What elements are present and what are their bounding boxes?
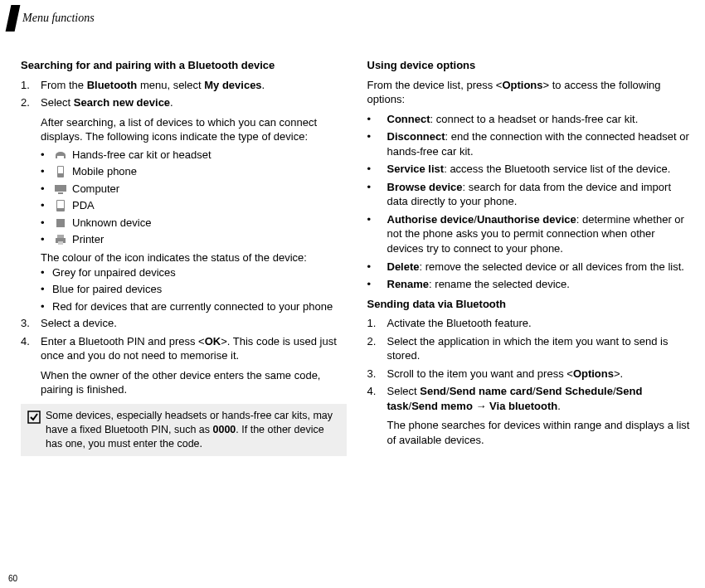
- printer-icon: [52, 234, 69, 245]
- send-step-1: 1. Activate the Bluetooth feature.: [367, 316, 693, 331]
- option-service-list: • Service list: access the Bluetooth ser…: [367, 162, 693, 177]
- content-columns: Searching for and pairing with a Bluetoo…: [21, 58, 693, 456]
- device-type-item: • Mobile phone: [41, 164, 347, 179]
- step-number: 4.: [367, 384, 387, 447]
- page-number: 60: [8, 574, 17, 583]
- svg-rect-6: [56, 219, 65, 227]
- option-delete: • Delete: remove the selected device or …: [367, 260, 693, 275]
- unknown-device-icon: [52, 217, 69, 229]
- option-disconnect: • Disconnect: end the connection with th…: [367, 129, 693, 158]
- note-box: Some devices, especially headsets or han…: [21, 404, 347, 456]
- options-intro: From the device list, press <Options> to…: [367, 78, 693, 107]
- send-step-4: 4. Select Send/Send name card/Send Sched…: [367, 384, 693, 447]
- left-heading: Searching for and pairing with a Bluetoo…: [21, 58, 347, 73]
- send-step-3: 3. Scroll to the item you want and press…: [367, 367, 693, 381]
- pda-icon: [52, 200, 69, 211]
- color-status-item: • Blue for paired devices: [41, 282, 347, 297]
- device-type-item: • PDA: [41, 198, 347, 213]
- header-accent-bar: [6, 5, 21, 32]
- step-3: 3. Select a device.: [21, 316, 347, 331]
- step-number: 2.: [21, 95, 41, 144]
- device-type-item: • Computer: [41, 182, 347, 197]
- option-connect: • Connect: connect to a headset or hands…: [367, 112, 693, 127]
- mobile-phone-icon: [52, 166, 69, 177]
- page-header: Menu functions: [8, 5, 95, 32]
- note-check-icon: [27, 409, 46, 451]
- svg-rect-8: [57, 235, 64, 238]
- step-number: 4.: [21, 334, 41, 397]
- header-title: Menu functions: [22, 12, 95, 25]
- device-type-item: • Hands-free car kit or headset: [41, 148, 347, 163]
- left-column: Searching for and pairing with a Bluetoo…: [21, 58, 347, 456]
- right-heading-1: Using device options: [367, 58, 693, 73]
- step-number: 1.: [367, 316, 387, 331]
- svg-rect-3: [58, 192, 63, 194]
- option-browse-device: • Browse device: search for data from th…: [367, 180, 693, 209]
- svg-rect-2: [55, 185, 66, 192]
- step-1: 1. From the Bluetooth menu, select My de…: [21, 78, 347, 93]
- device-type-item: • Printer: [41, 232, 347, 247]
- step-number: 1.: [21, 78, 41, 93]
- right-column: Using device options From the device lis…: [367, 58, 693, 456]
- step-4: 4. Enter a Bluetooth PIN and press <OK>.…: [21, 334, 347, 397]
- color-status-item: • Grey for unpaired devices: [41, 265, 347, 280]
- device-type-item: • Unknown device: [41, 216, 347, 231]
- option-authorise: • Authorise device/Unauthorise device: d…: [367, 212, 693, 256]
- step-number: 3.: [21, 316, 41, 331]
- computer-icon: [52, 183, 69, 195]
- step-number: 2.: [367, 334, 387, 363]
- right-heading-2: Sending data via Bluetooth: [367, 297, 693, 312]
- svg-rect-1: [58, 167, 63, 173]
- option-rename: • Rename: rename the selected device.: [367, 277, 693, 292]
- send-step-2: 2. Select the application in which the i…: [367, 334, 693, 363]
- color-status-intro: The colour of the icon indicates the sta…: [41, 250, 347, 265]
- headset-icon: [52, 149, 69, 161]
- step-number: 3.: [367, 367, 387, 381]
- svg-rect-9: [58, 241, 63, 245]
- step-2: 2. Select Search new device. After searc…: [21, 95, 347, 144]
- svg-rect-5: [57, 201, 64, 208]
- color-status-item: • Red for devices that are currently con…: [41, 299, 347, 314]
